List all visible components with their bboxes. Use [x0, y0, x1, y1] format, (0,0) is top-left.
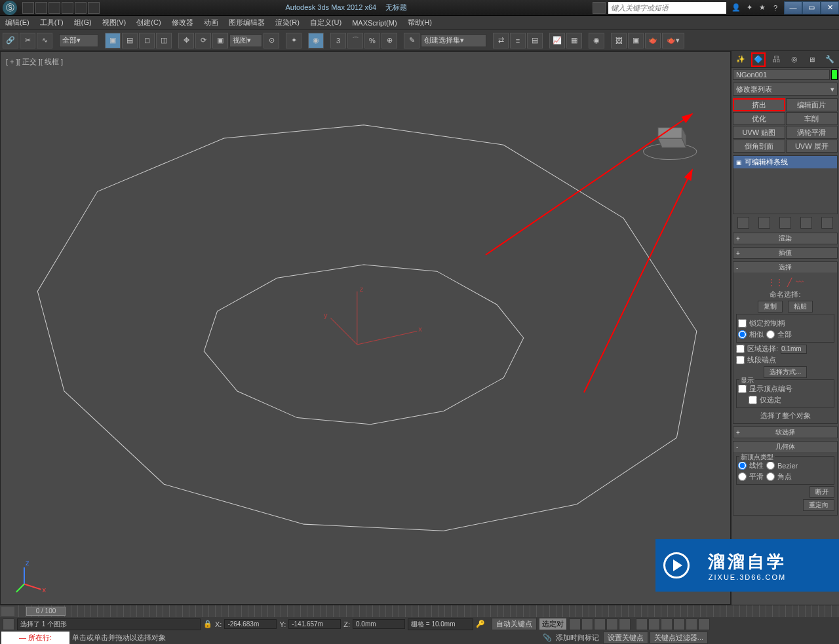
x-coord[interactable]: -264.683m [224, 619, 277, 629]
utilities-tab-icon[interactable]: 🔧 [823, 52, 837, 67]
stack-item-editable-spline[interactable]: 可编辑样条线 [733, 156, 837, 168]
menu-customize[interactable]: 自定义(U) [310, 18, 341, 28]
optimize-button[interactable]: 优化 [733, 112, 785, 125]
area-select-checkbox[interactable] [736, 345, 745, 353]
layers-icon[interactable]: ▤ [527, 33, 543, 48]
next-frame-icon[interactable] [606, 618, 618, 630]
extrude-button[interactable]: 挤出 [733, 98, 785, 111]
schematic-view-icon[interactable]: ▦ [566, 33, 582, 48]
fov-icon[interactable] [673, 618, 685, 630]
new-icon[interactable] [22, 2, 34, 14]
create-tab-icon[interactable]: ✨ [733, 52, 748, 67]
uvw-unwrap-button[interactable]: UVW 展开 [786, 140, 838, 153]
add-time-tag-label[interactable]: 添加时间标记 [552, 633, 603, 643]
pin-stack-icon[interactable] [737, 217, 749, 229]
select-region-icon[interactable]: ◻ [139, 33, 155, 48]
zoom-extents-icon[interactable] [661, 618, 673, 630]
z-coord[interactable]: 0.0mm [353, 619, 405, 629]
time-slider[interactable]: 0 / 100 [26, 607, 66, 616]
hierarchy-tab-icon[interactable]: 品 [769, 52, 783, 67]
redirect-button[interactable]: 重定向 [803, 499, 834, 511]
app-icon[interactable]: Ⓢ [3, 1, 17, 15]
ref-coord-dropdown[interactable]: 视图 ▾ [229, 34, 262, 47]
named-selection-dropdown[interactable]: 创建选择集 ▾ [421, 34, 486, 47]
rollout-interp-header[interactable]: 插值 [733, 248, 837, 258]
selected-only-checkbox[interactable] [749, 396, 757, 404]
close-button[interactable]: ✕ [821, 1, 839, 14]
curve-editor-icon[interactable]: 📈 [549, 33, 565, 48]
render-production-icon[interactable]: 🫖▾ [662, 33, 684, 48]
pan-icon[interactable] [636, 618, 648, 630]
mirror-icon[interactable]: ⇄ [493, 33, 509, 48]
menu-graph-editors[interactable]: 图形编辑器 [229, 18, 265, 28]
segment-end-checkbox[interactable] [736, 356, 745, 364]
menu-rendering[interactable]: 渲染(R) [275, 18, 300, 28]
unlink-icon[interactable]: ✂ [20, 33, 35, 48]
turbosmooth-button[interactable]: 涡轮平滑 [786, 126, 838, 139]
favorites-icon[interactable]: ★ [756, 2, 768, 14]
spinner-snap-icon[interactable]: ⊕ [381, 33, 397, 48]
select-object-icon[interactable]: ▣ [105, 33, 121, 48]
menu-maxscript[interactable]: MAXScript(M) [352, 19, 397, 27]
script-listener-icon[interactable] [3, 618, 14, 630]
play-icon[interactable] [594, 618, 606, 630]
modifier-stack[interactable]: 可编辑样条线 [733, 155, 838, 214]
rendered-frame-icon[interactable]: ▣ [628, 33, 644, 48]
all-radio[interactable] [766, 330, 775, 339]
lock-handles-checkbox[interactable] [738, 319, 747, 328]
selection-filter-dropdown[interactable]: 全部 ▾ [59, 34, 98, 47]
redo-icon[interactable] [75, 2, 87, 14]
lock-icon[interactable]: 🔒 [203, 620, 212, 628]
show-end-result-icon[interactable] [758, 217, 770, 229]
undo-icon[interactable] [62, 2, 73, 14]
tag-icon[interactable]: 📎 [543, 634, 552, 642]
exchange-icon[interactable]: ✦ [743, 2, 755, 14]
angle-snap-icon[interactable]: ⌒ [347, 33, 363, 48]
area-select-spinner[interactable]: 0.1mm [781, 345, 807, 354]
menu-help[interactable]: 帮助(H) [408, 18, 432, 28]
selected-locked-label[interactable]: 选定对 [539, 618, 566, 630]
viewport[interactable]: [ + ][ 正交 ][ 线框 ] z y x z x [0, 51, 731, 605]
scale-icon[interactable]: ▣ [212, 33, 228, 48]
menu-create[interactable]: 创建(C) [136, 18, 161, 28]
similar-radio[interactable] [738, 330, 747, 339]
uvw-map-button[interactable]: UVW 贴图 [733, 126, 785, 139]
snap-3d-icon[interactable]: 3 [330, 33, 346, 48]
link-icon[interactable]: 🔗 [3, 33, 18, 48]
show-vertex-nums-checkbox[interactable] [738, 385, 747, 393]
linear-radio[interactable] [738, 461, 747, 470]
move-icon[interactable]: ✥ [178, 33, 194, 48]
key-filters-button[interactable]: 关键点过滤器... [650, 632, 708, 644]
configure-sets-icon[interactable] [821, 217, 833, 229]
viewport-label[interactable]: [ + ][ 正交 ][ 线框 ] [6, 57, 63, 67]
copy-button[interactable]: 复制 [758, 301, 783, 313]
make-unique-icon[interactable] [779, 217, 791, 229]
timeline-ticks[interactable] [18, 605, 839, 617]
display-tab-icon[interactable]: 🖥 [805, 52, 819, 67]
menu-edit[interactable]: 编辑(E) [5, 18, 29, 28]
goto-end-icon[interactable] [619, 618, 631, 630]
save-icon[interactable] [49, 2, 60, 14]
percent-snap-icon[interactable]: % [364, 33, 380, 48]
menu-animation[interactable]: 动画 [204, 18, 218, 28]
window-crossing-icon[interactable]: ◫ [156, 33, 172, 48]
bind-icon[interactable]: ∿ [37, 33, 52, 48]
edit-named-sel-icon[interactable]: ✎ [404, 33, 420, 48]
motion-tab-icon[interactable]: ◎ [787, 52, 802, 67]
rollout-softsel-header[interactable]: 软选择 [733, 427, 837, 438]
bezier-radio[interactable] [766, 461, 775, 470]
lathe-button[interactable]: 车削 [786, 112, 838, 125]
auto-key-button[interactable]: 自动关键点 [492, 618, 537, 630]
search-input[interactable] [608, 2, 726, 14]
corner-radio[interactable] [766, 472, 775, 481]
menu-tools[interactable]: 工具(T) [40, 18, 64, 28]
spline-subobj-icon[interactable]: 〰 [796, 278, 804, 287]
remove-modifier-icon[interactable] [800, 217, 812, 229]
set-key-button[interactable]: 设置关键点 [603, 632, 648, 644]
break-button[interactable]: 断开 [810, 486, 834, 498]
goto-start-icon[interactable] [569, 618, 581, 630]
bevel-profile-button[interactable]: 倒角剖面 [733, 140, 785, 153]
menu-views[interactable]: 视图(V) [102, 18, 127, 28]
help-icon[interactable]: ? [770, 2, 781, 14]
rollout-geometry-header[interactable]: 几何体 [733, 442, 837, 452]
